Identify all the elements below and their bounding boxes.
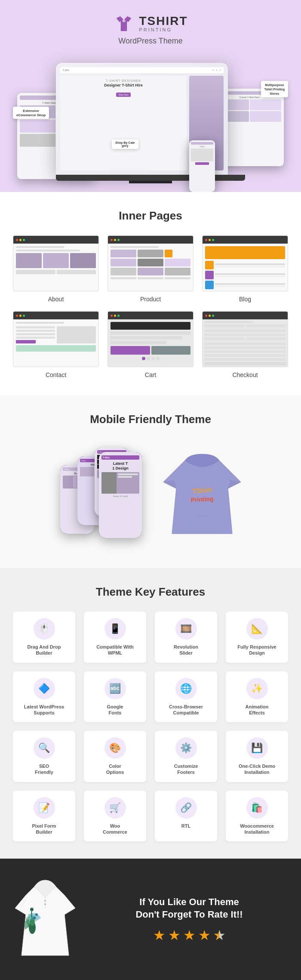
cta-heading: If You Like Our Theme Don't Forget To Ra… <box>90 896 288 921</box>
feature-item-9: 🎨 ColorOptions <box>84 731 146 782</box>
feature-icon-4: 🔷 <box>34 678 55 699</box>
phone-mockup: T-Shirt <box>189 140 215 192</box>
feature-item-4: 🔷 Latest WordPressSupports <box>13 671 75 723</box>
mobile-content: T-Shirt BLOG T-Shirt PRODU <box>13 439 288 551</box>
checkout-label: Checkout <box>232 371 258 378</box>
svg-point-0 <box>123 19 126 22</box>
feature-icon-11: 💾 <box>246 737 268 759</box>
cart-label: Cart <box>145 371 156 378</box>
inner-pages-section: Inner Pages <box>0 192 301 396</box>
star-5: ★★ <box>213 927 226 943</box>
laptop-mockup: T-Shirt T-SHIRT DESIGNER Designer T-Shir… <box>56 63 245 183</box>
checkout-preview <box>202 311 288 367</box>
page-card-about: About <box>13 235 99 303</box>
feature-label-11: One-Click DemoInstallation <box>239 763 275 776</box>
feature-item-10: ⚙️ CustomizeFooters <box>155 731 217 782</box>
logo-text: TSHIRT PRINTING <box>139 15 187 32</box>
feature-item-2: 🎞️ RevolutionSlider <box>155 612 217 663</box>
feature-icon-8: 🔍 <box>34 737 55 759</box>
feature-item-0: 🖱️ Drag And DropBuilder <box>13 612 75 663</box>
brand-title: TSHIRT <box>139 15 187 27</box>
svg-point-4 <box>44 903 46 905</box>
mobile-section: Mobile Friendly Theme T-Shirt BLOG T-Shi… <box>0 396 301 568</box>
svg-text:Printing: Printing <box>190 495 214 504</box>
feature-icon-14: 🔗 <box>175 797 197 819</box>
feature-icon-6: 🌐 <box>175 678 197 699</box>
cart-preview <box>108 311 194 367</box>
contact-label: Contact <box>46 371 66 378</box>
page-card-product: Product <box>108 235 194 303</box>
feature-label-7: AnimationEffects <box>246 704 269 716</box>
feature-icon-13: 🛒 <box>104 797 126 819</box>
feature-icon-12: 📝 <box>34 797 55 819</box>
star-4: ★ <box>198 927 211 943</box>
page-card-contact: Contact <box>13 311 99 378</box>
brand-subtitle: PRINTING <box>139 27 187 32</box>
hero-bubble-right: Multipurpose Tshirt Printing Stores <box>261 81 288 97</box>
feature-icon-3: 📐 <box>246 618 268 640</box>
mobile-section-title: Mobile Friendly Theme <box>13 413 288 426</box>
features-grid: 🖱️ Drag And DropBuilder 📱 Compatible Wit… <box>13 612 288 841</box>
feature-label-15: WoocommerceInstallation <box>240 823 274 835</box>
feature-icon-15: 🛍️ <box>246 797 268 819</box>
feature-icon-2: 🎞️ <box>175 618 197 640</box>
feature-icon-9: 🎨 <box>104 737 126 759</box>
feature-item-14: 🔗 RTL <box>155 791 217 842</box>
about-preview <box>13 235 99 291</box>
feature-item-1: 📱 Compatible WithWPML <box>84 612 146 663</box>
feature-item-3: 📐 Fully ResponsiveDesign <box>226 612 288 663</box>
phones-stack: T-Shirt BLOG T-Shirt PRODU <box>52 439 138 551</box>
feature-icon-0: 🖱️ <box>34 618 55 640</box>
hero-section: TSHIRT PRINTING WordPress Theme Extensiv… <box>0 0 301 192</box>
svg-point-5 <box>33 917 36 919</box>
feature-item-13: 🛒 WooCommerce <box>84 791 146 842</box>
inner-pages-title: Inner Pages <box>13 209 288 223</box>
feature-label-9: ColorOptions <box>106 763 124 776</box>
pages-grid: About <box>13 235 288 378</box>
svg-point-7 <box>35 913 38 916</box>
tshirt-logo-icon <box>113 13 135 34</box>
features-title: Theme Key Features <box>13 585 288 599</box>
phone-4: T-Shirt Latest T1 Design Keep It Caml <box>99 452 142 538</box>
logo-area: TSHIRT PRINTING <box>9 13 292 34</box>
feature-label-3: Fully ResponsiveDesign <box>237 644 276 656</box>
cta-text: If You Like Our Theme Don't Forget To Ra… <box>90 896 288 943</box>
feature-label-14: RTL <box>181 823 190 829</box>
feature-icon-10: ⚙️ <box>175 737 197 759</box>
feature-item-12: 📝 Pixel FormBuilder <box>13 791 75 842</box>
feature-label-8: SEOFriendly <box>35 763 53 776</box>
page-card-blog: Blog <box>202 235 288 303</box>
cta-tshirt-image <box>13 876 77 964</box>
feature-label-6: Cross-BrowserCompatible <box>169 704 203 716</box>
feature-label-12: Pixel FormBuilder <box>32 823 56 835</box>
svg-point-3 <box>44 900 46 902</box>
feature-item-15: 🛍️ WoocommerceInstallation <box>226 791 288 842</box>
feature-label-13: WooCommerce <box>103 823 127 835</box>
feature-label-1: Compatible WithWPML <box>96 644 134 656</box>
contact-preview <box>13 311 99 367</box>
features-section: Theme Key Features 🖱️ Drag And DropBuild… <box>0 568 301 859</box>
feature-item-6: 🌐 Cross-BrowserCompatible <box>155 671 217 723</box>
page-card-checkout: Checkout <box>202 311 288 378</box>
svg-point-10 <box>30 908 34 911</box>
cta-section: If You Like Our Theme Don't Forget To Ra… <box>0 859 301 980</box>
page-card-cart: Cart <box>108 311 194 378</box>
wp-theme-label: WordPress Theme <box>9 37 292 46</box>
feature-item-5: 🔤 GoogleFonts <box>84 671 146 723</box>
feature-item-8: 🔍 SEOFriendly <box>13 731 75 782</box>
star-1: ★ <box>153 927 166 943</box>
hero-bubble-category: Shop By Cate gory <box>112 139 138 149</box>
blog-label: Blog <box>239 296 251 303</box>
hero-bubble-left: Extensive eCommerce Shop <box>13 107 49 119</box>
about-label: About <box>48 296 64 303</box>
svg-point-9 <box>30 919 35 926</box>
star-3: ★ <box>183 927 196 943</box>
star-2: ★ <box>168 927 181 943</box>
feature-label-0: Drag And DropBuilder <box>28 644 61 656</box>
hero-devices: Extensive eCommerce Shop T-Shirt Design … <box>9 54 292 192</box>
product-preview <box>108 235 194 291</box>
product-label: Product <box>140 296 161 303</box>
blog-preview <box>202 235 288 291</box>
feature-item-11: 💾 One-Click DemoInstallation <box>226 731 288 782</box>
feature-icon-1: 📱 <box>104 618 126 640</box>
